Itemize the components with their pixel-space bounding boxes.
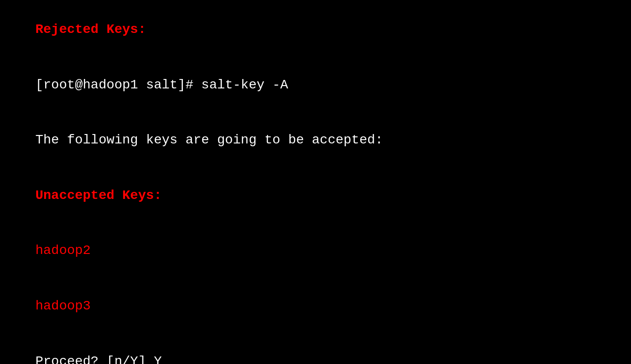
unaccepted-hadoop3-text: hadoop3 (35, 299, 91, 313)
prompt-salt-key-a-text: [root@hadoop1 salt]# salt-key -A (35, 78, 288, 92)
line-unaccepted-hadoop2: hadoop2 (4, 223, 627, 278)
unaccepted-hadoop2-text: hadoop2 (35, 243, 91, 258)
line-prompt-salt-key-a: [root@hadoop1 salt]# salt-key -A (4, 57, 627, 113)
line-unaccepted-header: Unaccepted Keys: (4, 168, 627, 223)
following-keys-text: The following keys are going to be accep… (35, 133, 383, 147)
line-unaccepted-hadoop3: hadoop3 (4, 278, 627, 334)
rejected-keys-prev-text: Rejected Keys: (35, 22, 146, 37)
line-proceed: Proceed? [n/Y] Y (4, 333, 627, 364)
line-rejected-keys-prev: Rejected Keys: (4, 2, 627, 57)
terminal: Rejected Keys: [root@hadoop1 salt]# salt… (0, 0, 631, 364)
proceed-text: Proceed? [n/Y] Y (35, 354, 162, 364)
unaccepted-header-text: Unaccepted Keys: (35, 188, 162, 203)
line-following-keys: The following keys are going to be accep… (4, 112, 627, 168)
